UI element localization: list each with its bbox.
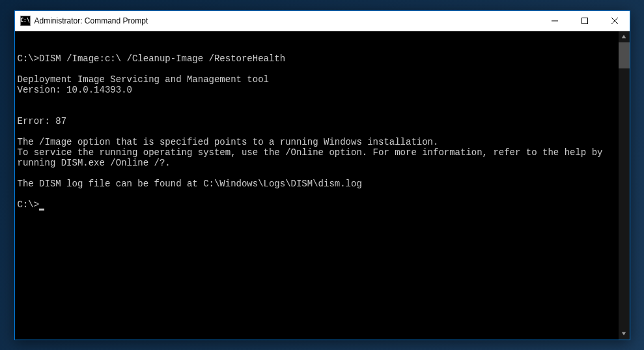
- maximize-button[interactable]: [570, 11, 600, 31]
- cmd-icon-label: C:\: [20, 18, 29, 23]
- scroll-up-button[interactable]: [619, 31, 630, 42]
- scroll-down-button[interactable]: [619, 328, 630, 340]
- close-button[interactable]: [600, 11, 630, 31]
- terminal-area[interactable]: C:\>DISM /Image:c:\ /Cleanup-Image /Rest…: [15, 31, 630, 340]
- prompt-1: C:\>: [18, 53, 40, 64]
- output-line: Error: 87: [18, 116, 67, 126]
- command-1: DISM /Image:c:\ /Cleanup-Image /RestoreH…: [39, 53, 285, 64]
- titlebar[interactable]: C:\ Administrator: Command Prompt: [15, 11, 630, 31]
- cmd-icon: C:\: [20, 16, 31, 26]
- svg-marker-5: [622, 332, 626, 336]
- prompt-2: C:\>: [18, 199, 40, 210]
- svg-marker-4: [622, 35, 626, 38]
- output-line: Deployment Image Servicing and Managemen…: [18, 74, 269, 85]
- minimize-button[interactable]: [540, 11, 570, 31]
- output-line: To service the running operating system,…: [18, 147, 608, 168]
- output-line: The DISM log file can be found at C:\Win…: [18, 179, 362, 189]
- scrollbar[interactable]: [619, 31, 630, 340]
- output-line: Version: 10.0.14393.0: [18, 85, 132, 95]
- cursor: [39, 209, 44, 211]
- output-line: The /Image option that is specified poin…: [18, 137, 439, 147]
- scroll-thumb[interactable]: [619, 42, 630, 68]
- terminal-content: C:\>DISM /Image:c:\ /Cleanup-Image /Rest…: [18, 53, 627, 210]
- scroll-track[interactable]: [619, 42, 630, 328]
- svg-rect-0: [552, 20, 558, 21]
- window-controls: [540, 11, 630, 31]
- command-prompt-window: C:\ Administrator: Command Prompt C:\>DI…: [14, 10, 630, 340]
- svg-rect-1: [581, 18, 587, 23]
- window-title: Administrator: Command Prompt: [35, 16, 540, 25]
